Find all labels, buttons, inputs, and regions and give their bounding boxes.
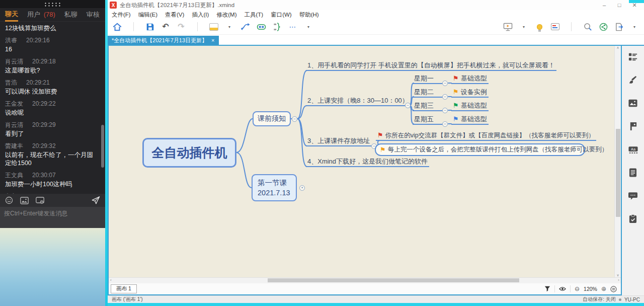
- more-dropdown-icon[interactable]: ▾: [304, 22, 313, 32]
- topic-friday-type[interactable]: ⚑基础选型: [451, 115, 489, 125]
- topic-item3-child2[interactable]: ⚑每上完一个设备之后，会把完整版课件打包上传到网盘（找客服老师可以要到）: [375, 143, 585, 156]
- topic-tuesday-type[interactable]: ⚑设备实例: [451, 88, 489, 98]
- canvas-hscrollbar[interactable]: ‹ ›: [109, 277, 621, 283]
- message-text: 加班费一小时100这种吗: [5, 180, 98, 188]
- export-dropdown-icon[interactable]: ▾: [630, 22, 639, 32]
- maximize-button[interactable]: □: [612, 2, 627, 8]
- menu-insert[interactable]: 插入(I): [192, 11, 209, 19]
- boundary-button[interactable]: [257, 22, 266, 32]
- message-sender: 洪睿: [5, 37, 17, 44]
- redo-button[interactable]: ↷: [177, 22, 186, 32]
- topic-friday[interactable]: 星期五: [413, 115, 444, 125]
- notes-button[interactable]: [550, 22, 559, 32]
- screenshot-icon[interactable]: [36, 197, 44, 204]
- hscroll-thumb[interactable]: [268, 278, 519, 282]
- show-hide-button[interactable]: [559, 286, 566, 291]
- collapse-toggle[interactable]: −: [442, 108, 448, 113]
- tab-users[interactable]: 用户 (78): [27, 9, 55, 21]
- scroll-right-arrow[interactable]: ›: [618, 278, 619, 283]
- menu-tools[interactable]: 工具(T): [244, 11, 263, 19]
- zoom-out-button[interactable]: ⊖: [575, 285, 580, 292]
- collapse-toggle[interactable]: −: [442, 94, 448, 100]
- topic-wednesday[interactable]: 星期三: [413, 102, 444, 111]
- relationship-button[interactable]: [240, 22, 250, 32]
- format-style-button[interactable]: [209, 22, 218, 32]
- menu-window[interactable]: 窗口(W): [271, 11, 292, 19]
- filter-button[interactable]: [544, 286, 550, 292]
- marker-flag-icon[interactable]: [628, 121, 638, 131]
- menu-file[interactable]: 文件(F): [112, 11, 131, 19]
- topic-monday-type[interactable]: ⚑基础选型: [451, 74, 489, 84]
- save-button[interactable]: [145, 22, 154, 32]
- collapse-toggle[interactable]: •: [299, 185, 305, 191]
- chat-scrollbar[interactable]: [101, 125, 104, 168]
- pc-name: YU-PC: [624, 297, 640, 302]
- collapse-toggle[interactable]: −: [442, 121, 448, 127]
- tab-chat[interactable]: 聊天: [5, 8, 18, 22]
- presentation-dropdown-icon[interactable]: ▾: [519, 22, 528, 32]
- outline-notes-icon[interactable]: [628, 168, 638, 178]
- tab-private[interactable]: 私聊: [64, 9, 77, 21]
- message-sender: 王金发: [5, 100, 23, 108]
- share-button[interactable]: [599, 22, 608, 32]
- topic-first-lesson[interactable]: 第一节课 2021.7.13: [252, 174, 297, 201]
- home-button[interactable]: [113, 22, 122, 32]
- style-brush-icon[interactable]: [628, 75, 638, 85]
- flag-label: 基础选型: [461, 102, 487, 109]
- undo-button[interactable]: ↶: [161, 22, 170, 32]
- fit-map-button[interactable]: [610, 286, 617, 292]
- task-clipboard-icon[interactable]: [628, 214, 638, 224]
- topic-tuesday[interactable]: 星期二: [413, 88, 444, 98]
- right-sidebar: Aa: [622, 46, 644, 295]
- format-panel-icon[interactable]: [628, 52, 638, 62]
- central-topic[interactable]: 全自动插件机: [142, 138, 236, 168]
- presentation-button[interactable]: [503, 22, 513, 32]
- sticker-image-icon[interactable]: [628, 98, 638, 108]
- collapse-toggle[interactable]: −: [442, 81, 448, 86]
- document-tab-close-icon[interactable]: ×: [211, 37, 214, 43]
- mindmap-canvas[interactable]: 全自动插件机 课前须知 − 第一节课 2021.7.13 • 1、用手机看的同学…: [109, 46, 621, 277]
- minimize-button[interactable]: –: [597, 2, 612, 8]
- topic-item3[interactable]: 3、上课课件存放地址: [306, 137, 371, 146]
- chat-message-list: 12块钱算加班费么 洪睿20:29:16 16 肖云清20:29:18 这是哪首…: [0, 22, 105, 195]
- desktop-corner: [629, 0, 644, 3]
- comments-icon[interactable]: [628, 191, 638, 201]
- menu-view[interactable]: 查看(V): [165, 11, 184, 19]
- message-input[interactable]: [0, 207, 105, 228]
- menu-modify[interactable]: 修改(M): [216, 11, 236, 19]
- topic-course-notice[interactable]: 课前须知: [253, 111, 291, 126]
- vscroll-thumb[interactable]: [616, 129, 620, 217]
- topic-wednesday-type[interactable]: ⚑基础选型: [451, 102, 489, 111]
- collapse-toggle[interactable]: −: [405, 103, 411, 108]
- scroll-up-arrow[interactable]: ∧: [616, 46, 619, 50]
- font-style-icon[interactable]: Aa: [628, 144, 638, 155]
- search-button[interactable]: [583, 22, 592, 32]
- more-tools-button[interactable]: ⋯: [288, 22, 297, 32]
- chat-titlebar[interactable]: [0, 0, 105, 8]
- topic-item2[interactable]: 2、上课安排（晚8：30—10：00）: [306, 97, 410, 106]
- image-upload-icon[interactable]: [20, 197, 29, 204]
- scroll-left-arrow[interactable]: ‹: [110, 278, 112, 283]
- zen-mode-icon[interactable]: [535, 22, 544, 32]
- tab-review[interactable]: 审核: [87, 9, 100, 21]
- emoji-icon[interactable]: [5, 196, 13, 204]
- topic-item3-child1[interactable]: ⚑你所在的vip交流群【群文件】或【百度网盘链接】（找客服老师可以要到）: [376, 131, 596, 141]
- zoom-in-button[interactable]: ⊕: [601, 285, 606, 292]
- format-dropdown-icon[interactable]: ▾: [225, 22, 234, 32]
- red-flag-icon: ⚑: [453, 74, 459, 82]
- xmind-titlebar[interactable]: X 全自动插件机【2021年7月13日更新】.xmind – □ ✕: [108, 0, 644, 10]
- export-button[interactable]: [614, 22, 623, 32]
- scroll-down-arrow[interactable]: ∨: [616, 273, 619, 277]
- topic-item4[interactable]: 4、Xmind下载好，这是我们做笔记的软件: [306, 158, 429, 167]
- summary-button[interactable]: [273, 22, 282, 32]
- status-dot-icon: [619, 298, 621, 301]
- collapse-toggle[interactable]: −: [292, 116, 297, 122]
- topic-monday[interactable]: 星期一: [413, 74, 444, 84]
- send-message-icon[interactable]: [91, 196, 100, 205]
- menu-edit[interactable]: 编辑(E): [138, 11, 157, 19]
- menu-help[interactable]: 帮助(H): [299, 11, 319, 19]
- sheet-tab-canvas1[interactable]: 画布 1: [111, 284, 137, 293]
- chat-message: 肖云清20:29:29 看到了: [5, 121, 98, 138]
- document-tab[interactable]: *全自动插件机【2021年7月13日更新】 ×: [108, 36, 219, 45]
- topic-item1[interactable]: 1、用手机看的同学打开 手机设置里的【自动横屏】把手机横过来，就可以全屏观看！: [306, 61, 556, 71]
